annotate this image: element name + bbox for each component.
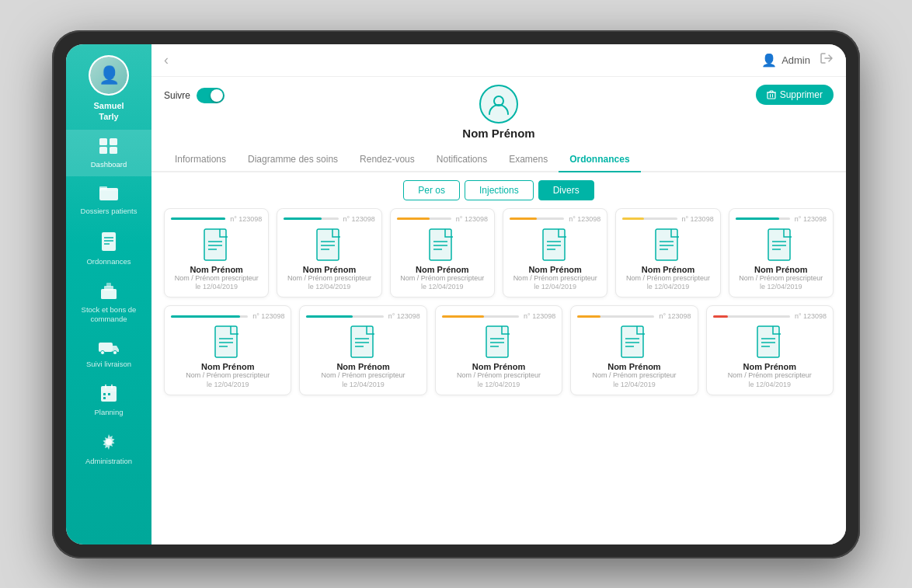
sidebar-item-ordonnances[interactable]: Ordonnances xyxy=(66,224,151,273)
card-progress-bar xyxy=(622,217,677,220)
prescription-card[interactable]: n° 123098 Nom Prénom Nom / Prénom prescr… xyxy=(390,208,495,298)
card-progress-bar xyxy=(736,217,790,220)
sidebar-item-planning[interactable]: Planning xyxy=(66,376,151,424)
card-progress-fill xyxy=(577,315,600,318)
card-patient-name: Nom Prénom xyxy=(171,265,262,274)
tab-rendez-vous[interactable]: Rendez-vous xyxy=(349,148,426,172)
trash-icon xyxy=(767,90,776,99)
prescription-card[interactable]: n° 123098 Nom Prénom Nom / Prénom prescr… xyxy=(277,208,381,298)
sidebar-item-stock[interactable]: Stock et bons de commande xyxy=(66,273,151,331)
svg-rect-12 xyxy=(106,283,111,287)
patient-avatar-icon xyxy=(487,92,510,116)
card-prescripteur: Nom / Prénom prescripteur xyxy=(442,371,555,381)
administration-icon xyxy=(99,433,118,454)
tab-examens[interactable]: Examens xyxy=(498,148,559,172)
admin-section: 👤 Admin xyxy=(761,53,810,68)
svg-rect-53 xyxy=(215,326,237,357)
filter-divers[interactable]: Divers xyxy=(538,180,594,200)
card-progress-bar xyxy=(171,315,248,318)
sidebar-item-dashboard[interactable]: Dashboard xyxy=(66,130,151,176)
svg-rect-29 xyxy=(204,229,226,260)
sidebar-item-administration[interactable]: Administration xyxy=(66,425,151,473)
card-progress-bar xyxy=(713,315,790,318)
document-icon xyxy=(485,325,513,359)
card-prescripteur: Nom / Prénom prescripteur xyxy=(510,274,600,284)
prescription-card[interactable]: n° 123098 Nom Prénom Nom / Prénom prescr… xyxy=(615,208,720,298)
card-prescripteur: Nom / Prénom prescripteur xyxy=(736,274,827,284)
svg-rect-0 xyxy=(99,138,107,145)
svg-rect-21 xyxy=(108,393,110,395)
sidebar-item-administration-label: Administration xyxy=(85,457,132,465)
tab-diagramme[interactable]: Diagramme des soins xyxy=(237,148,349,172)
card-progress-fill xyxy=(510,217,537,220)
tablet-frame: 👤 Samuel Tarly xyxy=(52,30,860,558)
card-progress-fill xyxy=(284,217,322,220)
back-button[interactable]: ‹ xyxy=(164,52,169,68)
sidebar: 👤 Samuel Tarly xyxy=(66,44,151,545)
prescription-card[interactable]: n° 123098 Nom Prénom Nom / Prénom prescr… xyxy=(570,305,698,395)
tab-informations[interactable]: Informations xyxy=(164,148,237,172)
card-progress-fill xyxy=(713,315,729,318)
prescription-card[interactable]: n° 123098 Nom Prénom Nom / Prénom prescr… xyxy=(164,305,291,395)
card-progress-fill xyxy=(171,217,225,220)
svg-rect-2 xyxy=(99,147,107,154)
sidebar-avatar-section: 👤 Samuel Tarly xyxy=(66,44,151,130)
card-patient-name: Nom Prénom xyxy=(510,265,600,274)
svg-rect-69 xyxy=(757,326,779,357)
sidebar-item-livraison[interactable]: Suivi livraison xyxy=(66,331,151,376)
sidebar-item-dashboard-label: Dashboard xyxy=(91,160,127,169)
tablet-screen: 👤 Samuel Tarly xyxy=(66,44,846,545)
card-date: le 12/04/2019 xyxy=(171,283,262,291)
svg-rect-20 xyxy=(103,393,106,395)
svg-rect-22 xyxy=(103,397,106,399)
card-prescripteur: Nom / Prénom prescripteur xyxy=(171,371,284,381)
logout-button[interactable] xyxy=(820,51,834,69)
card-patient-name: Nom Prénom xyxy=(622,265,713,274)
sidebar-username: Samuel Tarly xyxy=(93,100,124,123)
prescription-card[interactable]: n° 123098 Nom Prénom Nom / Prénom prescr… xyxy=(299,305,426,395)
svg-rect-3 xyxy=(110,147,117,154)
svg-rect-49 xyxy=(768,229,790,260)
tab-bar: Informations Diagramme des soins Rendez-… xyxy=(151,148,846,172)
card-patient-name: Nom Prénom xyxy=(577,362,691,371)
filter-injections[interactable]: Injections xyxy=(465,180,534,200)
svg-rect-45 xyxy=(656,229,677,260)
svg-rect-6 xyxy=(102,232,116,251)
svg-rect-5 xyxy=(99,186,107,190)
card-patient-name: Nom Prénom xyxy=(736,265,827,274)
svg-rect-65 xyxy=(621,326,643,357)
card-date: le 12/04/2019 xyxy=(622,283,713,291)
cards-row-1: n° 123098 Nom Prénom Nom / Prénom prescr… xyxy=(164,208,834,298)
card-patient-name: Nom Prénom xyxy=(284,265,374,274)
card-progress-bar xyxy=(284,217,338,220)
svg-rect-33 xyxy=(317,229,339,260)
supprimer-button[interactable]: Supprimer xyxy=(756,85,834,105)
document-icon xyxy=(350,325,378,359)
card-number: n° 123098 xyxy=(795,312,827,320)
prescription-card[interactable]: n° 123098 Nom Prénom Nom / Prénom prescr… xyxy=(503,208,607,298)
prescription-card[interactable]: n° 123098 Nom Prénom Nom / Prénom prescr… xyxy=(164,208,269,298)
card-number: n° 123098 xyxy=(388,312,420,320)
card-progress-fill xyxy=(306,315,353,318)
card-date: le 12/04/2019 xyxy=(510,283,600,291)
card-prescripteur: Nom / Prénom prescripteur xyxy=(622,274,713,284)
tab-notifications[interactable]: Notifications xyxy=(426,148,498,172)
prescription-card[interactable]: n° 123098 Nom Prénom Nom / Prénom prescr… xyxy=(435,305,562,395)
prescription-card[interactable]: n° 123098 Nom Prénom Nom / Prénom prescr… xyxy=(706,305,834,395)
card-progress-fill xyxy=(622,217,644,220)
suivre-section: Suivre xyxy=(164,88,225,103)
card-number: n° 123098 xyxy=(343,215,375,223)
ordonnances-icon xyxy=(100,231,117,255)
card-number: n° 123098 xyxy=(682,215,714,223)
sidebar-item-dossiers[interactable]: Dossiers patients xyxy=(66,176,151,223)
card-prescripteur: Nom / Prénom prescripteur xyxy=(284,274,374,284)
filter-per-os[interactable]: Per os xyxy=(403,180,460,200)
prescription-card[interactable]: n° 123098 Nom Prénom Nom / Prénom prescr… xyxy=(729,208,834,298)
svg-rect-37 xyxy=(430,229,451,260)
suivre-toggle[interactable] xyxy=(197,88,225,103)
sidebar-item-stock-label: Stock et bons de commande xyxy=(69,305,148,323)
cards-row-2: n° 123098 Nom Prénom Nom / Prénom prescr… xyxy=(164,305,834,395)
tab-ordonnances[interactable]: Ordonnances xyxy=(559,148,640,172)
document-icon xyxy=(541,228,569,262)
sidebar-item-livraison-label: Suivi livraison xyxy=(86,360,131,368)
